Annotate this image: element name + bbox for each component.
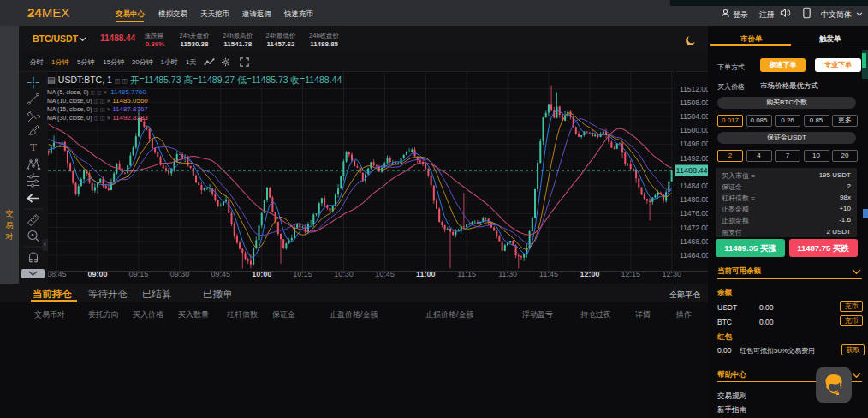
svg-text:11476.00: 11476.00 (680, 209, 708, 218)
svg-text:12:15: 12:15 (621, 270, 641, 278)
svg-text:09:00: 09:00 (88, 270, 108, 278)
svg-text:11480.00: 11480.00 (680, 195, 708, 204)
svg-text:10:15: 10:15 (293, 270, 312, 278)
svg-text:T: T (30, 140, 37, 153)
svg-text:11472.00: 11472.00 (680, 224, 708, 232)
svg-text:10:30: 10:30 (334, 270, 354, 278)
svg-text:11464.00: 11464.00 (680, 251, 708, 260)
svg-text:11:00: 11:00 (416, 270, 436, 278)
svg-text:11:45: 11:45 (539, 270, 558, 278)
svg-text:12:00: 12:00 (580, 270, 599, 278)
svg-text:11500.00: 11500.00 (680, 126, 708, 134)
svg-text:09:30: 09:30 (170, 270, 190, 278)
svg-text:11488.44: 11488.44 (676, 166, 708, 175)
svg-text:11:30: 11:30 (498, 270, 517, 278)
svg-text:09:15: 09:15 (129, 270, 149, 278)
svg-text:11508.00: 11508.00 (680, 99, 708, 107)
svg-text:11468.00: 11468.00 (680, 237, 708, 246)
svg-text:11:15: 11:15 (457, 270, 476, 278)
svg-text:11512.00: 11512.00 (680, 85, 708, 93)
svg-text:11484.00: 11484.00 (680, 182, 708, 190)
svg-text:09:45: 09:45 (211, 270, 231, 278)
svg-text:11492.00: 11492.00 (680, 154, 708, 163)
svg-text:10:45: 10:45 (375, 270, 395, 278)
svg-text:11496.00: 11496.00 (680, 140, 708, 148)
svg-text:08:45: 08:45 (48, 270, 66, 278)
svg-text:10:00: 10:00 (252, 270, 271, 278)
svg-text:12:30: 12:30 (662, 270, 681, 278)
svg-text:11504.00: 11504.00 (680, 112, 708, 121)
